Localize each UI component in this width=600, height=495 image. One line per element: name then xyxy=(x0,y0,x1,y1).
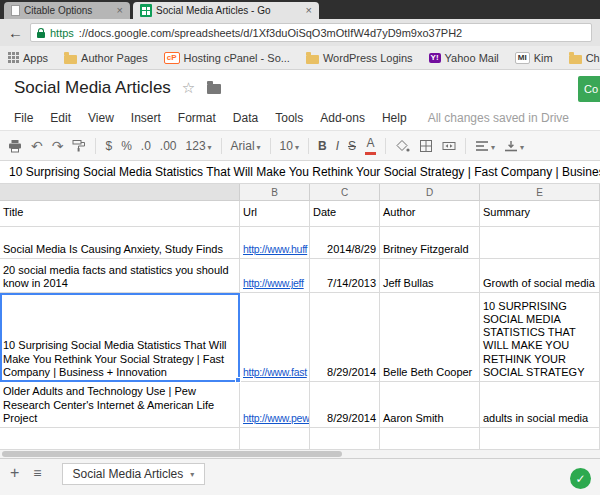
grid-cell-empty[interactable] xyxy=(480,428,600,450)
print-button[interactable] xyxy=(8,139,22,153)
grid-cell-empty[interactable] xyxy=(380,428,480,450)
url-link[interactable]: http://www.fast xyxy=(243,366,307,379)
horizontal-scrollbar[interactable] xyxy=(0,450,600,458)
grid-cell-summary[interactable] xyxy=(480,227,600,259)
menu-insert[interactable]: Insert xyxy=(131,111,161,125)
cell-text: Title xyxy=(3,206,236,219)
menu-data[interactable]: Data xyxy=(233,111,258,125)
menu-tools[interactable]: Tools xyxy=(275,111,303,125)
fill-color-icon xyxy=(395,139,410,153)
bookmark-wordpress-logins[interactable]: WordPress Logins xyxy=(306,52,413,64)
grid-cell-author[interactable]: Jeff Bullas xyxy=(380,259,480,293)
all-sheets-icon[interactable]: ≡ xyxy=(33,463,41,483)
document-title[interactable]: Social Media Articles xyxy=(14,78,171,98)
share-button[interactable]: Co xyxy=(578,76,600,102)
grid-cell-date[interactable]: 2014/8/29 xyxy=(310,227,380,259)
grid-cell-url[interactable]: http://www.pew xyxy=(240,382,310,428)
more-formats-button[interactable]: 123▾ xyxy=(186,140,212,152)
menu-addons[interactable]: Add-ons xyxy=(320,111,365,125)
grid-cell-url[interactable]: http://www.jeff xyxy=(240,259,310,293)
menu-file[interactable]: File xyxy=(14,111,33,125)
bookmark-apps[interactable]: Apps xyxy=(8,52,48,64)
url-link[interactable]: http://www.jeff xyxy=(243,277,304,290)
grid-cell-empty[interactable] xyxy=(240,428,310,450)
browser-tab-social-media-articles[interactable]: Social Media Articles - Go × xyxy=(133,2,319,19)
grid-cell-date[interactable]: 7/14/2013 xyxy=(310,259,380,293)
redo-button[interactable]: ↷ xyxy=(52,139,64,153)
increase-decimal-button[interactable]: .00 xyxy=(160,140,177,152)
menu-help[interactable]: Help xyxy=(382,111,407,125)
text-color-button[interactable]: A xyxy=(365,137,376,155)
vertical-align-button[interactable]: ▾ xyxy=(504,140,524,152)
borders-button[interactable] xyxy=(419,139,433,153)
browser-tab-citable-options[interactable]: Citable Options × xyxy=(4,2,130,19)
bookmark-kim[interactable]: MI Kim xyxy=(515,52,553,64)
grid-cell-url[interactable]: http://www.huff xyxy=(240,227,310,259)
tab-close-icon[interactable]: × xyxy=(306,5,312,16)
column-header-a[interactable] xyxy=(0,184,240,201)
menu-format[interactable]: Format xyxy=(178,111,216,125)
bookmark-yahoo-mail[interactable]: Y! Yahoo Mail xyxy=(429,52,499,64)
toolbar-separator xyxy=(308,138,309,154)
grid-cell-author[interactable]: Britney Fitzgerald xyxy=(380,227,480,259)
grid-cell-url[interactable]: http://www.fast xyxy=(240,293,310,382)
grid-cell-title[interactable]: 20 social media facts and statistics you… xyxy=(0,259,240,293)
grid-cell-summary-header[interactable]: Summary xyxy=(480,201,600,227)
sheet-tab-social-media-articles[interactable]: Social Media Articles ▾ xyxy=(62,463,206,485)
tab-close-icon[interactable]: × xyxy=(117,5,123,16)
https-lock-icon[interactable] xyxy=(37,32,45,38)
star-icon[interactable]: ☆ xyxy=(182,79,195,97)
grid-cell-summary[interactable]: adults in social media xyxy=(480,382,600,428)
grid-cell-summary[interactable]: Growth of social media xyxy=(480,259,600,293)
horizontal-align-button[interactable]: ▾ xyxy=(475,140,495,152)
bold-button[interactable]: B xyxy=(318,140,327,152)
grid-cell-author[interactable]: Belle Beth Cooper xyxy=(380,293,480,382)
add-sheet-button[interactable]: + xyxy=(10,463,19,483)
decrease-decimal-button[interactable]: .0 xyxy=(141,140,151,152)
font-size-dropdown[interactable]: 10▾ xyxy=(280,140,299,152)
grid-cell-date[interactable]: 8/29/2014 xyxy=(310,382,380,428)
move-to-folder-icon[interactable] xyxy=(207,84,221,94)
url-omnibox[interactable]: https ://docs.google.com/spreadsheets/d/… xyxy=(30,23,592,42)
grid-cell-summary[interactable]: 10 SURPRISING SOCIAL MEDIA STATISTICS TH… xyxy=(480,293,600,382)
back-button[interactable]: ← xyxy=(8,25,23,40)
menu-edit[interactable]: Edit xyxy=(50,111,71,125)
grid-cell-url-header[interactable]: Url xyxy=(240,201,310,227)
strikethrough-button[interactable]: S xyxy=(348,140,356,152)
grid-cell-title[interactable]: Older Adults and Technology Use | Pew Re… xyxy=(0,382,240,428)
formula-bar[interactable]: 10 Surprising Social Media Statistics Th… xyxy=(0,161,600,184)
menu-view[interactable]: View xyxy=(88,111,114,125)
cell-text: Britney Fitzgerald xyxy=(383,243,469,256)
column-header-b[interactable]: B xyxy=(240,184,310,201)
column-header-c[interactable]: C xyxy=(310,184,380,201)
grid-cell-empty[interactable] xyxy=(310,428,380,450)
grid-cell-title-header[interactable]: Title xyxy=(0,201,240,227)
bookmark-chrome-extensions[interactable]: Chrome Extensi xyxy=(569,52,600,64)
merge-cells-button[interactable] xyxy=(442,139,456,153)
grid-cell-author[interactable]: Aaron Smith xyxy=(380,382,480,428)
paint-format-button[interactable] xyxy=(72,139,86,152)
grid-cell-title-selected[interactable]: 10 Surprising Social Media Statistics Th… xyxy=(0,293,240,382)
merge-cells-icon xyxy=(442,139,456,153)
bookmark-cpanel[interactable]: cP Hosting cPanel - So... xyxy=(164,52,290,64)
url-link[interactable]: http://www.huff xyxy=(243,243,307,256)
url-link[interactable]: http://www.pew xyxy=(243,412,309,425)
grid-cell-title[interactable]: Social Media Is Causing Anxiety, Study F… xyxy=(0,227,240,259)
format-percent-button[interactable]: % xyxy=(121,140,132,152)
cpanel-icon: cP xyxy=(164,52,180,64)
grid-cell-empty[interactable] xyxy=(0,428,240,450)
fill-color-button[interactable] xyxy=(395,139,410,153)
column-header-d[interactable]: D xyxy=(380,184,480,201)
format-currency-button[interactable]: $ xyxy=(105,140,112,152)
scrollbar-thumb[interactable] xyxy=(2,451,342,457)
font-family-dropdown[interactable]: Arial▾ xyxy=(231,140,261,152)
italic-button[interactable]: I xyxy=(336,140,339,152)
undo-button[interactable]: ↶ xyxy=(31,139,43,153)
toolbar-separator xyxy=(270,138,271,154)
text-color-label: A xyxy=(367,137,375,149)
bookmark-author-pages[interactable]: Author Pages xyxy=(64,52,148,64)
grid-cell-date[interactable]: 8/29/2014 xyxy=(310,293,380,382)
column-header-e[interactable]: E xyxy=(480,184,600,201)
grid-cell-author-header[interactable]: Author xyxy=(380,201,480,227)
grid-cell-date-header[interactable]: Date xyxy=(310,201,380,227)
